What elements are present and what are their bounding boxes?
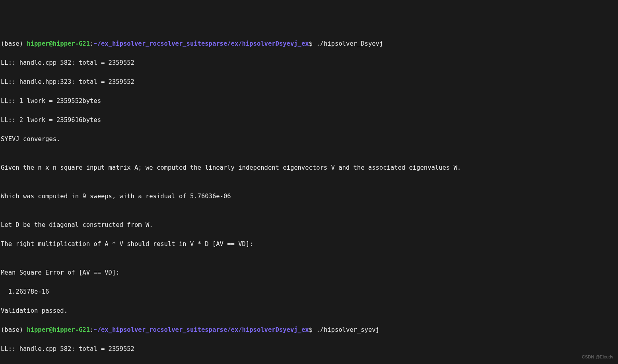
prompt-env: (base)	[1, 326, 27, 333]
output-line: Let D be the diagonal constructed from W…	[1, 220, 617, 230]
prompt-path: ~/ex_hipsolver_rocsolver_suitesparse/ex/…	[93, 40, 309, 47]
output-line: Which was computed in 9 sweeps, with a r…	[1, 192, 617, 201]
command-text: ./hipsolver_syevj	[313, 326, 379, 333]
prompt-path: ~/ex_hipsolver_rocsolver_suitesparse/ex/…	[93, 326, 309, 333]
output-line: LL:: 1 lwork = 2359552bytes	[1, 96, 617, 106]
prompt-sep: :	[90, 40, 93, 47]
prompt-line-2[interactable]: (base) hipper@hipper-G21:~/ex_hipsolver_…	[1, 325, 617, 335]
output-line: SYEVJ converges.	[1, 134, 617, 144]
prompt-line-1[interactable]: (base) hipper@hipper-G21:~/ex_hipsolver_…	[1, 39, 617, 48]
prompt-env: (base)	[1, 40, 27, 47]
output-line: Validation passed.	[1, 306, 617, 316]
prompt-dollar: $	[309, 326, 313, 333]
output-line: Mean Square Error of [AV == VD]:	[1, 268, 617, 277]
prompt-dollar: $	[309, 40, 313, 47]
output-line: LL:: handle.cpp 582: total = 2359552	[1, 344, 617, 354]
output-line: The right multiplication of A * V should…	[1, 239, 617, 249]
prompt-user: hipper@hipper-G21	[27, 326, 90, 333]
output-line: LL:: 2 lwork = 2359616bytes	[1, 115, 617, 125]
output-line: 1.26578e-16	[1, 287, 617, 296]
prompt-user: hipper@hipper-G21	[27, 40, 90, 47]
prompt-sep: :	[90, 326, 93, 333]
watermark: CSDN @Eloudy	[582, 352, 613, 362]
command-text: ./hipsolver_Dsyevj	[313, 40, 383, 47]
output-line: LL:: handle.cpp 582: total = 2359552	[1, 58, 617, 68]
output-line: LL:: handle.hpp:323: total = 2359552	[1, 77, 617, 87]
output-line: Given the n x n square input matrix A; w…	[1, 163, 617, 172]
